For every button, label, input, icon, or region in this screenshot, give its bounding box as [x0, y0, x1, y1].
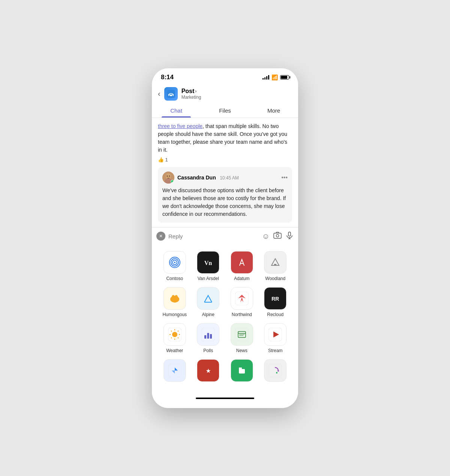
- close-icon: ✕: [159, 233, 163, 239]
- svg-point-60: [276, 372, 278, 374]
- svg-point-32: [172, 332, 177, 337]
- app-icon-northwind: [231, 287, 253, 310]
- chat-message: three to five people, that span multiple…: [158, 122, 292, 154]
- reply-header: Cassandra Dun 10:45 AM •••: [162, 172, 288, 184]
- app-contoso[interactable]: Contoso: [162, 251, 188, 281]
- phone-frame: 8:14 📶 ‹: [152, 68, 298, 408]
- mic-icon[interactable]: [285, 231, 294, 241]
- status-time: 8:14: [161, 74, 174, 81]
- reply-user-info: Cassandra Dun 10:45 AM: [162, 172, 239, 184]
- header-subtitle: Marketing: [182, 95, 201, 100]
- app-vanarsdel[interactable]: Vn Van Arsdel: [195, 251, 221, 281]
- reply-author-name: Cassandra Dun: [177, 175, 216, 181]
- app-label-alpine: Alpine: [202, 312, 214, 317]
- svg-line-37: [171, 331, 172, 331]
- reply-author-details: Cassandra Dun 10:45 AM: [177, 174, 239, 181]
- reaction-badge[interactable]: 👍 1: [158, 157, 292, 163]
- reply-input-area: ✕ ☺: [152, 227, 298, 245]
- svg-rect-20: [235, 256, 249, 269]
- more-options-button[interactable]: •••: [281, 174, 288, 181]
- app-icon-weather: [164, 323, 186, 346]
- svg-rect-9: [274, 233, 281, 238]
- svg-point-7: [167, 175, 168, 176]
- app-label-humongous: Humongous: [162, 312, 187, 317]
- tab-files[interactable]: Files: [201, 104, 249, 117]
- app-jira[interactable]: [162, 359, 188, 384]
- svg-point-24: [170, 296, 179, 303]
- svg-point-10: [276, 234, 279, 237]
- app-icon-jira: [164, 359, 186, 382]
- svg-point-59: [278, 370, 279, 372]
- svg-rect-42: [204, 335, 206, 339]
- app-polls[interactable]: Polls: [195, 323, 221, 353]
- close-reply-button[interactable]: ✕: [156, 232, 165, 241]
- app-5[interactable]: ★: [195, 359, 221, 384]
- svg-point-8: [169, 175, 170, 176]
- svg-point-25: [172, 295, 175, 299]
- tabs: Chat Files More: [152, 104, 298, 118]
- app-icon-vanarsdel: Vn: [197, 251, 219, 274]
- svg-rect-57: [239, 368, 242, 370]
- app-icon-5: ★: [197, 359, 219, 382]
- app-icon: [164, 87, 178, 101]
- reply-text: We've discussed those options with the c…: [162, 187, 288, 218]
- wifi-icon: 📶: [272, 74, 278, 80]
- apps-row-1: Contoso Vn Van Arsdel Ada: [158, 251, 292, 281]
- svg-text:★: ★: [206, 368, 211, 374]
- apps-row-3: Weather Polls: [158, 323, 292, 353]
- app-icon-alpine: [197, 287, 219, 310]
- header: ‹ Post › Marketing: [152, 84, 298, 104]
- svg-text:RR: RR: [272, 296, 279, 302]
- tab-chat[interactable]: Chat: [152, 104, 201, 117]
- input-actions: ☺: [262, 231, 294, 241]
- chat-area: three to five people, that span multiple…: [152, 118, 298, 227]
- app-label-stream: Stream: [268, 348, 283, 353]
- home-indicator-area: [152, 392, 298, 408]
- apps-grid: Contoso Vn Van Arsdel Ada: [152, 245, 298, 392]
- app-alpine[interactable]: Alpine: [195, 287, 221, 317]
- app-icon-polls: [197, 323, 219, 346]
- app-label-contoso: Contoso: [166, 276, 183, 281]
- app-adatum[interactable]: Adatum: [229, 251, 255, 281]
- svg-rect-23: [274, 264, 276, 265]
- app-humongous[interactable]: Humongous: [162, 287, 188, 317]
- app-icon-news: [231, 323, 253, 346]
- app-7[interactable]: [262, 359, 288, 384]
- app-icon-6: [231, 359, 253, 382]
- app-icon-adatum: [231, 251, 253, 274]
- app-6[interactable]: [229, 359, 255, 384]
- svg-line-38: [178, 337, 178, 338]
- app-icon-woodland: [264, 251, 286, 274]
- svg-point-17: [174, 262, 176, 263]
- reply-input[interactable]: [168, 233, 259, 240]
- app-recloud[interactable]: RR Recloud: [262, 287, 288, 317]
- app-northwind[interactable]: Northwind: [229, 287, 255, 317]
- camera-icon[interactable]: [273, 231, 282, 241]
- svg-rect-43: [207, 333, 209, 339]
- highlighted-text: three to five people: [158, 123, 202, 129]
- app-woodland[interactable]: Woodland: [262, 251, 288, 281]
- status-icons: 📶: [262, 74, 289, 80]
- svg-rect-0: [167, 90, 175, 98]
- app-label-adatum: Adatum: [234, 276, 249, 281]
- post-chevron: ›: [195, 89, 196, 94]
- back-button[interactable]: ‹: [158, 89, 160, 98]
- tab-more[interactable]: More: [249, 104, 298, 117]
- app-icon-recloud: RR: [264, 287, 286, 310]
- app-label-news: News: [236, 348, 248, 353]
- app-label-northwind: Northwind: [232, 312, 252, 317]
- apps-row-4: ★: [158, 359, 292, 384]
- svg-line-39: [178, 331, 178, 331]
- status-bar: 8:14 📶: [152, 68, 298, 84]
- avatar: [162, 172, 174, 184]
- app-weather[interactable]: Weather: [162, 323, 188, 353]
- svg-rect-44: [210, 334, 212, 339]
- emoji-icon[interactable]: ☺: [262, 232, 270, 241]
- header-title: Post › Marketing: [182, 88, 201, 100]
- app-news[interactable]: News: [229, 323, 255, 353]
- app-label-recloud: Recloud: [267, 312, 284, 317]
- reply-message: Cassandra Dun 10:45 AM ••• We've discuss…: [158, 167, 292, 223]
- reply-timestamp: 10:45 AM: [220, 175, 239, 181]
- app-stream[interactable]: Stream: [262, 323, 288, 353]
- svg-rect-27: [201, 292, 215, 305]
